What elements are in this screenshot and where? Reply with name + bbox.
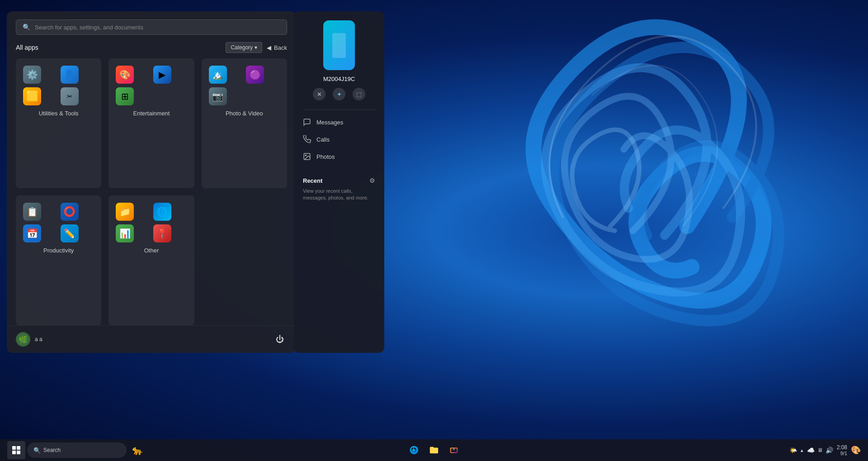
paint-icon: 🎨 <box>116 66 134 84</box>
calls-menu-item[interactable]: Calls <box>294 131 384 148</box>
win-logo-cell-2 <box>17 446 20 450</box>
bar-icon: 📊 <box>116 224 134 242</box>
photos-label: Photos <box>316 153 335 160</box>
windows-logo <box>12 446 20 454</box>
system-tray: 🌤️ ▲ ☁️ 🖥 🔊 <box>789 447 833 454</box>
apps-header: All apps Category ▾ ◀ Back <box>7 40 296 58</box>
blank2-icon <box>246 87 264 105</box>
category-other[interactable]: 📁 🌐 📊 📍 Other <box>108 195 194 325</box>
phone-panel: M2004J19C ✕ ✦ ⬚ Messages Calls Photos Re… <box>294 11 384 353</box>
category-entertainment[interactable]: 🎨 ▶ ⊞ Entertainment <box>108 58 194 188</box>
volume-icon[interactable]: 🔊 <box>826 447 833 454</box>
apps-grid: ⚙️ 👤 🟨 ✂ Utilities & Tools 🎨 ▶ ⊞ Enterta… <box>7 58 296 325</box>
start-button[interactable] <box>7 441 25 459</box>
notepad-icon: 📋 <box>23 203 41 221</box>
file-explorer-icon <box>429 445 439 455</box>
camera-icon: 📷 <box>209 87 227 105</box>
recent-description: View your recent calls, messages, photos… <box>303 188 375 202</box>
calendar-icon: 📅 <box>23 224 41 242</box>
win-logo-cell-3 <box>12 451 16 454</box>
file-explorer-taskbar-button[interactable] <box>425 441 443 459</box>
search-input-wrap[interactable]: 🔍 <box>16 19 287 35</box>
back-arrow-icon: ◀ <box>267 44 271 51</box>
start-menu: 🔍 All apps Category ▾ ◀ Back ⚙️ 👤 🟨 ✂ <box>7 11 296 353</box>
taskbar-search-icon: 🔍 <box>33 447 41 454</box>
category-label: Category <box>231 44 253 51</box>
onedrive-icon[interactable]: ☁️ <box>807 447 815 454</box>
edge-taskbar-icon <box>409 445 419 455</box>
network-icon[interactable]: 🖥 <box>817 447 823 453</box>
calls-label: Calls <box>316 136 330 143</box>
recent-title: Recent <box>303 177 322 184</box>
divider <box>303 109 375 110</box>
utilities-icons: ⚙️ 👤 🟨 ✂ <box>23 66 94 105</box>
start-footer: 🌿 a a ⏻ <box>7 325 296 353</box>
pencil-icon: ✏️ <box>61 224 79 242</box>
user-name: a a <box>35 336 42 342</box>
user-area[interactable]: 🌿 a a <box>16 332 42 347</box>
photos-icon: 🏔️ <box>209 66 227 84</box>
productivity-label: Productivity <box>23 247 94 254</box>
win-logo-cell-1 <box>12 446 16 450</box>
search-icon: 🔍 <box>23 24 30 31</box>
task-view-icon: 🐆 <box>132 445 143 456</box>
film-icon: 🟣 <box>246 66 264 84</box>
taskbar-search-label: Search <box>43 447 61 453</box>
photos-menu-item[interactable]: Photos <box>294 148 384 165</box>
edge-taskbar-button[interactable] <box>405 441 423 459</box>
photo-video-label: Photo & Video <box>209 110 280 117</box>
blank-icon <box>153 87 171 105</box>
utilities-tools-label: Utilities & Tools <box>23 110 94 117</box>
all-apps-label: All apps <box>16 44 38 51</box>
phone-close-icon[interactable]: ✕ <box>313 88 326 100</box>
productivity-icons: 📋 ⭕ 📅 ✏️ <box>23 203 94 242</box>
messages-icon <box>303 118 311 126</box>
phone-mirror-icon[interactable]: ⬚ <box>353 88 365 100</box>
edge-icon: 🌐 <box>153 203 171 221</box>
recent-header: Recent ⚙ <box>303 177 375 184</box>
taskbar: 🔍 Search 🐆 <box>0 439 868 461</box>
clock-area[interactable]: 2:08 9/1 <box>837 444 847 456</box>
category-utilities-tools[interactable]: ⚙️ 👤 🟨 ✂ Utilities & Tools <box>16 58 101 188</box>
entertainment-icons: 🎨 ▶ ⊞ <box>116 66 187 105</box>
calls-icon <box>303 135 311 143</box>
movies-icon: ▶ <box>153 66 171 84</box>
xbox-icon: ⊞ <box>116 87 134 105</box>
clock-time: 2:08 <box>837 444 847 451</box>
other-label: Other <box>116 247 187 254</box>
recent-settings-icon[interactable]: ⚙ <box>369 177 375 184</box>
category-photo-video[interactable]: 🏔️ 🟣 📷 Photo & Video <box>202 58 287 188</box>
store-taskbar-button[interactable] <box>445 441 463 459</box>
messages-menu-item[interactable]: Messages <box>294 114 384 131</box>
clock-date: 9/1 <box>840 451 847 456</box>
power-button[interactable]: ⏻ <box>273 332 287 347</box>
taskbar-search[interactable]: 🔍 Search <box>27 442 127 458</box>
arrow-up-icon[interactable]: ▲ <box>800 448 804 453</box>
phone-action-icons: ✕ ✦ ⬚ <box>313 88 365 100</box>
sticky-notes-icon: 🟨 <box>23 87 41 105</box>
messages-label: Messages <box>316 119 343 126</box>
search-bar-container: 🔍 <box>7 11 296 40</box>
people-icon: 👤 <box>61 66 79 84</box>
store-icon <box>449 445 459 455</box>
photo-video-icons: 🏔️ 🟣 📷 <box>209 66 280 105</box>
task-view-button[interactable]: 🐆 <box>128 441 146 459</box>
entertainment-label: Entertainment <box>116 110 187 117</box>
other-icons: 📁 🌐 📊 📍 <box>116 203 187 242</box>
search-input[interactable] <box>35 24 280 31</box>
category-productivity[interactable]: 📋 ⭕ 📅 ✏️ Productivity <box>16 195 101 325</box>
taskbar-center <box>405 441 463 459</box>
user-avatar: 🌿 <box>16 332 30 347</box>
taskbar-right: 🌤️ ▲ ☁️ 🖥 🔊 2:08 9/1 🎨 <box>789 444 861 456</box>
recent-section: Recent ⚙ View your recent calls, message… <box>294 170 384 205</box>
win-logo-cell-4 <box>17 451 20 454</box>
maps-icon: 📍 <box>153 224 171 242</box>
back-button[interactable]: ◀ Back <box>267 44 287 51</box>
phone-bluetooth-icon[interactable]: ✦ <box>333 88 345 100</box>
category-button[interactable]: Category ▾ <box>226 42 262 53</box>
weather-tray-icon[interactable]: 🌤️ <box>789 447 797 454</box>
phone-device-icon <box>323 20 355 70</box>
color-picker-icon[interactable]: 🎨 <box>851 445 861 455</box>
snip-icon: ✂ <box>61 87 79 105</box>
taskbar-left: 🔍 Search 🐆 <box>7 441 146 459</box>
